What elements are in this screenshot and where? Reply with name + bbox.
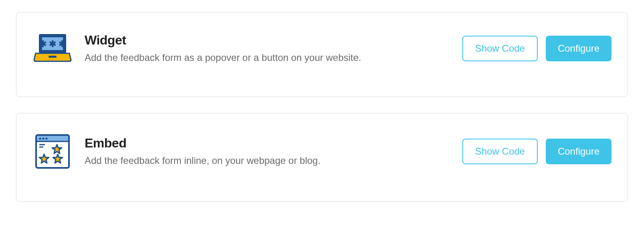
embed-title: Embed: [85, 136, 450, 151]
configure-button[interactable]: Configure: [546, 139, 612, 164]
svg-point-7: [43, 138, 45, 140]
svg-point-8: [46, 138, 48, 140]
show-code-button[interactable]: Show Code: [462, 36, 538, 61]
embed-text: Embed Add the feedback form inline, on y…: [85, 136, 450, 167]
embed-description: Add the feedback form inline, on your we…: [85, 154, 450, 167]
svg-rect-3: [49, 56, 57, 58]
widget-card: ✱ ✱ ✱ Widget Add the feedback form as a …: [16, 12, 628, 97]
widget-description: Add the feedback form as a popover or a …: [85, 51, 450, 65]
browser-stars-icon: [32, 133, 73, 169]
widget-text: Widget Add the feedback form as a popove…: [85, 33, 450, 65]
embed-card: Embed Add the feedback form inline, on y…: [16, 113, 628, 202]
widget-actions: Show Code Configure: [462, 36, 612, 61]
show-code-button[interactable]: Show Code: [462, 139, 538, 164]
embed-actions: Show Code Configure: [462, 139, 612, 164]
laptop-icon: ✱ ✱ ✱: [32, 32, 73, 65]
configure-button[interactable]: Configure: [546, 36, 612, 61]
svg-rect-5: [37, 136, 68, 141]
svg-point-6: [39, 138, 41, 140]
svg-text:✱ ✱ ✱: ✱ ✱ ✱: [39, 39, 66, 49]
widget-title: Widget: [85, 33, 450, 48]
